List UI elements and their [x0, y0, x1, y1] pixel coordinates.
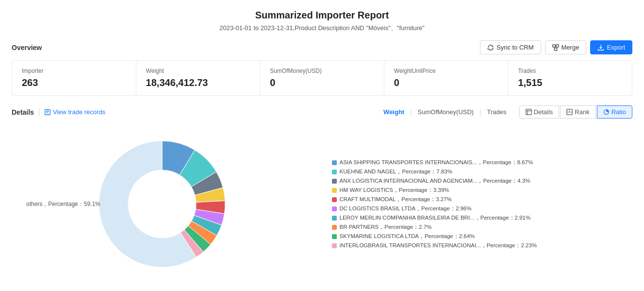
chart-legend: ASIA SHIPPING TRANSPORTES INTERNACIONAIS…	[313, 159, 633, 249]
stat-weightunitprice: WeightUnitPrice 0	[384, 61, 509, 95]
legend-item: LEROY MERLIN COMPANHIA BRASILEIRA DE BRI…	[332, 214, 633, 222]
report-header: Summarized Importer Report 2023-01-01 to…	[12, 10, 632, 33]
stat-importer-value: 263	[22, 77, 126, 88]
sync-icon	[487, 44, 494, 51]
report-title: Summarized Importer Report	[12, 10, 632, 21]
records-icon	[44, 109, 51, 116]
stat-importer-label: Importer	[22, 68, 126, 74]
legend-item: BR PARTNERS，Percentage：2.7%	[332, 223, 633, 231]
ratio-tab-icon	[603, 109, 610, 115]
donut-chart	[89, 131, 235, 277]
metric-trades-tab[interactable]: Trades	[482, 106, 512, 118]
rank-tab-icon	[566, 109, 573, 115]
export-icon	[597, 44, 604, 51]
svg-rect-4	[526, 109, 531, 115]
page: Summarized Importer Report 2023-01-01 to…	[0, 0, 644, 291]
stat-trades-value: 1,515	[518, 77, 622, 88]
merge-button[interactable]: Merge	[545, 40, 587, 54]
details-left: Details View trade records	[12, 108, 105, 116]
legend-item: KUEHNE AND NAGEL，Percentage：7.83%	[332, 168, 633, 175]
legend-item: INTERLOGBRASIL TRANSPORTES INTERNACIONAI…	[332, 242, 633, 249]
stat-importer: Importer 263	[12, 61, 136, 95]
legend-item: SKYMARINE LOGISTICA LTDA，Percentage：2.64…	[332, 233, 633, 240]
legend-item: DC LOGISTICS BRASIL LTDA，Percentage：2.96…	[332, 205, 633, 212]
top-bar: Overview Sync to CRM Merge Export	[12, 40, 632, 54]
details-view-tab[interactable]: Details	[519, 105, 560, 119]
top-actions: Sync to CRM Merge Export	[480, 40, 632, 54]
others-label: others，Percentage：59.1%	[26, 200, 100, 208]
view-tabs: Details Rank Ratio	[519, 105, 632, 119]
details-label: Details	[12, 108, 34, 116]
svg-rect-3	[45, 109, 50, 115]
details-bar: Details View trade records Weight | SumO…	[12, 105, 632, 119]
report-subtitle: 2023-01-01 to 2023-12-31,Product Descrip…	[12, 24, 632, 33]
export-button[interactable]: Export	[590, 40, 632, 54]
stats-row: Importer 263 Weight 18,346,412.73 SumOfM…	[12, 60, 632, 96]
legend-item: ASIA SHIPPING TRANSPORTES INTERNACIONAIS…	[332, 159, 633, 166]
merge-icon	[552, 44, 559, 51]
details-right: Weight | SumOfMoney(USD) | Trades Detail…	[379, 105, 632, 119]
rank-view-tab[interactable]: Rank	[560, 105, 595, 119]
stat-sumofmoney-value: 0	[270, 77, 374, 88]
stat-weight-value: 18,346,412.73	[146, 77, 250, 88]
divider	[39, 108, 39, 116]
stat-weightunitprice-label: WeightUnitPrice	[394, 68, 498, 74]
metric-sumofmoney-tab[interactable]: SumOfMoney(USD)	[413, 106, 479, 118]
legend-item: CRAFT MULTIMODAL，Percentage：3.27%	[332, 196, 633, 203]
svg-rect-2	[554, 48, 557, 50]
stat-sumofmoney-label: SumOfMoney(USD)	[270, 68, 374, 74]
stat-weight: Weight 18,346,412.73	[136, 61, 261, 95]
stat-trades-label: Trades	[518, 68, 622, 74]
stat-trades: Trades 1,515	[508, 61, 632, 95]
metric-weight-tab[interactable]: Weight	[379, 106, 409, 118]
sync-crm-button[interactable]: Sync to CRM	[480, 40, 541, 54]
svg-rect-1	[556, 44, 558, 47]
chart-area: others，Percentage：59.1% ASIA SHIPPING TR…	[12, 126, 632, 282]
overview-label: Overview	[12, 44, 42, 51]
legend-item: HM WAY LOGISTICS，Percentage：3.39%	[332, 187, 633, 194]
svg-rect-0	[552, 44, 555, 47]
ratio-view-tab[interactable]: Ratio	[597, 105, 632, 119]
stat-weightunitprice-value: 0	[394, 77, 498, 88]
stat-sumofmoney: SumOfMoney(USD) 0	[260, 61, 384, 95]
stat-weight-label: Weight	[146, 68, 250, 74]
view-trade-records-link[interactable]: View trade records	[44, 108, 105, 116]
details-tab-icon	[526, 109, 532, 115]
legend-item: ANX LOGISTICA INTERNACIONAL AND AGENCIAM…	[332, 177, 633, 185]
